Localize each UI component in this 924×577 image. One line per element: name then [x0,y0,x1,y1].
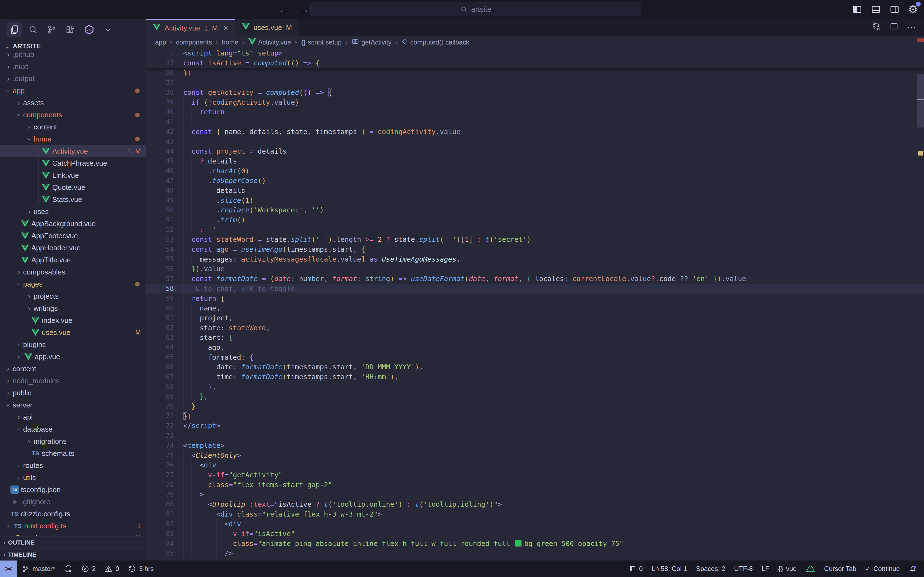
code-line-74[interactable]: 74<template> [146,441,924,451]
tree-item-projects[interactable]: ›projects [0,290,146,302]
tree-item-.github[interactable]: ›.github [0,52,146,60]
tree-item-assets[interactable]: ›assets [0,97,146,109]
code-line-85[interactable]: 85 /> [146,548,924,558]
code-line-51[interactable]: 51 .trim() [146,215,924,225]
tree-item-tsconfig.json[interactable]: TStsconfig.json [0,484,146,496]
open-changes-icon[interactable] [871,21,881,34]
code-line-37[interactable]: 37 [146,78,924,88]
code-line-70[interactable]: 70 } [146,401,924,411]
code-line-63[interactable]: 63 start: { [146,333,924,343]
tree-item-CatchPhrase.vue[interactable]: CatchPhrase.vue [0,157,146,169]
code-line-76[interactable]: 76 <div [146,460,924,470]
code-line-42[interactable]: 42 const { name, details, state, timesta… [146,127,924,137]
code-line-40[interactable]: 40 return [146,107,924,117]
code-line-60[interactable]: 60 name, [146,303,924,313]
code-line-46[interactable]: 46 .charAt(0) [146,166,924,176]
code-line-48[interactable]: 48 + details [146,186,924,196]
tree-item-.gitignore[interactable]: ◆.gitignore [0,496,146,508]
status-indentation[interactable]: Spaces: 2 [691,561,730,577]
code-line-45[interactable]: 45 ? details [146,156,924,166]
code-line-75[interactable]: 75 <ClientOnly> [146,450,924,460]
status-continue[interactable]: ✓Continue [861,561,904,577]
code-line-44[interactable]: 44 const project = details [146,147,924,156]
tree-item-pages[interactable]: ›pages [0,278,146,290]
cursor-icon[interactable] [81,22,97,37]
code-line-67[interactable]: 67 time: formatDate(timestamps.start, 'H… [146,372,924,382]
code-line-64[interactable]: 64 ago, [146,343,924,353]
code-line-62[interactable]: 62 state: stateWord, [146,323,924,333]
status-eol[interactable]: LF [757,561,774,577]
tree-item-Stats.vue[interactable]: Stats.vue [0,193,146,206]
code-line-56[interactable]: 56 }).value [146,264,924,274]
more-actions-icon[interactable]: ⋯ [907,22,916,33]
scrollbar-thumb[interactable] [917,74,924,127]
code-line-78[interactable]: 78 class="flex items-start gap-2" [146,480,924,490]
tree-item-nuxt.config.ts[interactable]: ›TSnuxt.config.ts1 [0,520,146,532]
tab-uses.vue[interactable]: uses.vueM [236,19,299,36]
code-line-55[interactable]: 55 messages: activityMessages[locale.val… [146,254,924,264]
settings-gear-icon[interactable]: ⚙ [908,4,918,15]
status-git-branch[interactable]: master* [17,561,60,577]
code-line-65[interactable]: 65 formated: { [146,352,924,362]
tree-item-AppFooter.vue[interactable]: AppFooter.vue [0,230,146,242]
section-timeline[interactable]: ›TIMELINE [0,548,146,561]
code-line-71[interactable]: 71}) [146,411,924,421]
status-cursor-position[interactable]: Ln 58, Col 1 [647,561,691,577]
command-center[interactable]: artsite [310,2,641,16]
code-line-84[interactable]: 84 class="animate-ping absolute inline-f… [146,538,924,548]
tree-item-home[interactable]: ›home [0,133,146,145]
breadcrumb-item-Activity.vue[interactable]: Activity.vue [248,38,291,47]
explorer-header[interactable]: ⌄ ARTSITE [0,41,146,52]
status-encoding[interactable]: UTF-8 [730,561,757,577]
tree-item-AppHeader.vue[interactable]: AppHeader.vue [0,242,146,254]
code-line-52[interactable]: 52 : '' [146,225,924,235]
code-line-77[interactable]: 77 v-if="getActivity" [146,470,924,480]
status-errors[interactable]: 2 [77,561,100,577]
tree-item-database[interactable]: ›database [0,423,146,435]
files-icon[interactable] [6,22,22,37]
tree-item-app.vue[interactable]: ›app.vue [0,351,146,363]
tree-item-uses[interactable]: ›uses [0,206,146,218]
breadcrumb-item-app[interactable]: app [155,39,166,46]
code-line-66[interactable]: 66 date: formatDate(timestamps.start, 'D… [146,362,924,372]
tree-item-utils[interactable]: ›utils [0,472,146,484]
status-sync[interactable] [60,561,77,577]
chevron-down-icon[interactable] [100,22,115,37]
tree-item-plugins[interactable]: ›plugins [0,338,146,351]
tree-item-.output[interactable]: ›.output [0,73,146,85]
status-nuxt-status[interactable] [801,561,820,577]
status-warnings[interactable]: 0 [100,561,123,577]
code-line-58[interactable]: 58 ⌘L to chat, ⇧⌘K to toggle [146,284,924,294]
code-line-27[interactable]: 27const isActive = computed(() => { [146,58,924,68]
code-line-69[interactable]: 69 }, [146,392,924,401]
code-line-53[interactable]: 53 const stateWord = state.split(' ').le… [146,235,924,245]
code-line-80[interactable]: 80 <UTooltip :text="isActive ? t('toolti… [146,500,924,509]
code-line-57[interactable]: 57 const formatDate = (date: number, for… [146,274,924,284]
close-icon[interactable]: × [223,23,228,33]
tree-item-index.vue[interactable]: index.vue [0,314,146,326]
code-line-38[interactable]: 38const getActivity = computed(() => { [146,88,924,98]
tree-item-schema.ts[interactable]: TSschema.ts [0,447,146,459]
status-cursor-tab[interactable]: Cursor Tab [820,561,861,577]
code-line-59[interactable]: 59 return { [146,293,924,303]
forward-button[interactable]: → [299,4,309,15]
tree-item-Link.vue[interactable]: Link.vue [0,169,146,181]
status-language-mode[interactable]: {}vue [774,561,801,577]
code-line-79[interactable]: 79 > [146,490,924,500]
code-line-68[interactable]: 68 }, [146,382,924,392]
code-line-82[interactable]: 82 <div [146,519,924,529]
toggle-sidebar-icon[interactable] [852,4,863,15]
tree-item-AppTitle.vue[interactable]: AppTitle.vue [0,254,146,266]
overview-ruler[interactable] [917,19,924,561]
split-editor-icon[interactable] [889,22,899,33]
tree-item-content[interactable]: ›content [0,363,146,375]
breadcrumb-item-home[interactable]: home [222,39,238,46]
status-layout-indicator[interactable]: 0 [624,561,647,577]
tree-item-public[interactable]: ›public [0,387,146,399]
code-line-36[interactable]: 36}) [146,68,924,78]
tree-item-content[interactable]: ›content [0,121,146,133]
breadcrumb-item-components[interactable]: components [176,39,212,46]
code-line-41[interactable]: 41 [146,117,924,127]
toggle-panel-icon[interactable] [871,4,881,15]
code-line-61[interactable]: 61 project, [146,313,924,323]
